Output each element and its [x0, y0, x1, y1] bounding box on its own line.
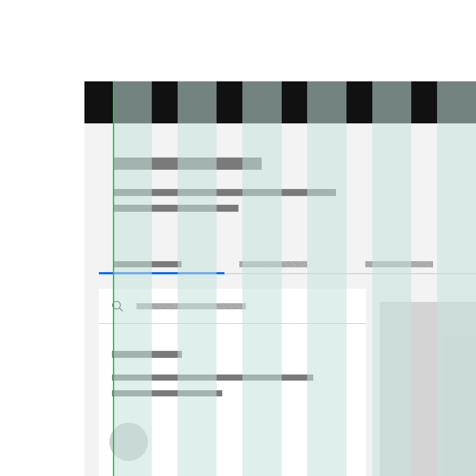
global-header — [84, 81, 476, 123]
side-panel — [380, 289, 476, 476]
svg-line-1 — [119, 308, 123, 311]
avatar — [109, 423, 148, 461]
tab-1[interactable] — [99, 254, 224, 274]
tab-2[interactable] — [224, 254, 350, 274]
search-field[interactable] — [99, 289, 366, 324]
app-shell — [84, 81, 476, 476]
result-item — [99, 324, 366, 396]
result-item-title — [112, 351, 182, 358]
main-panel — [99, 289, 366, 476]
margin-guide-line — [113, 81, 114, 476]
result-item-body-line-1 — [112, 374, 313, 381]
side-panel-block — [380, 302, 476, 476]
search-placeholder — [136, 303, 246, 309]
tab-3-label — [365, 261, 433, 267]
content-area — [99, 289, 476, 476]
tab-3[interactable] — [350, 254, 476, 274]
page-subtitle-line-1 — [114, 189, 336, 196]
page-title — [114, 158, 262, 170]
tab-2-label — [239, 261, 307, 267]
tab-1-label — [114, 261, 182, 267]
page-header — [84, 123, 476, 212]
tab-bar — [99, 254, 476, 274]
page-subtitle-line-2 — [114, 205, 238, 212]
result-item-body-line-2 — [112, 390, 222, 396]
